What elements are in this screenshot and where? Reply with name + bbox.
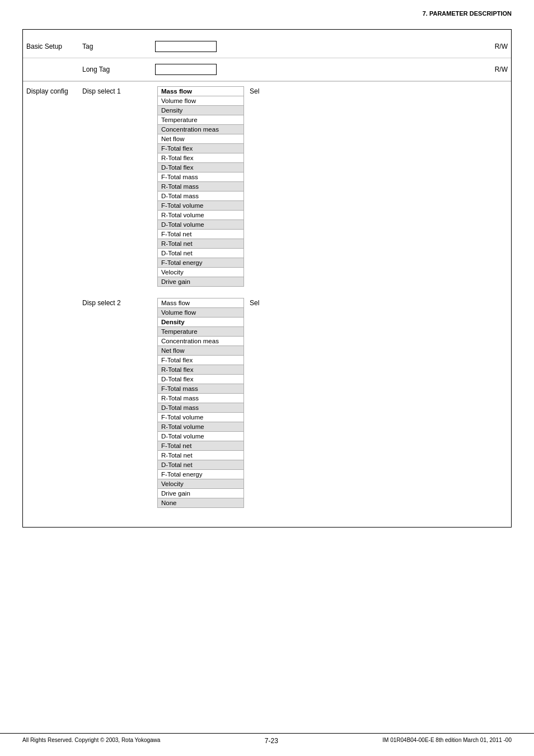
list-item[interactable]: Density: [157, 318, 244, 327]
list-item[interactable]: R-Total flex: [157, 365, 244, 375]
chapter-title: 7. PARAMETER DESCRIPTION: [423, 10, 512, 17]
chapter-header: 7. PARAMETER DESCRIPTION: [0, 0, 534, 21]
list-item[interactable]: Drive gain: [157, 489, 244, 498]
disp-select-2-block: Disp select 2 Mass flowVolume flowDensit…: [79, 298, 272, 508]
list-item[interactable]: Net flow: [157, 346, 244, 356]
list-item[interactable]: F-Total volume: [157, 413, 244, 422]
list-item[interactable]: R-Total volume: [157, 211, 244, 220]
list-item[interactable]: Volume flow: [157, 96, 244, 106]
list-item[interactable]: R-Total net: [157, 451, 244, 460]
long-tag-label-cell: Long Tag: [79, 64, 152, 74]
tag-section: Basic Setup Tag R/W: [23, 35, 511, 58]
copyright-text: All Rights Reserved. Copyright © 2003, R…: [22, 737, 160, 745]
list-item[interactable]: Velocity: [157, 479, 244, 489]
list-item[interactable]: Drive gain: [157, 277, 244, 287]
page-footer: All Rights Reserved. Copyright © 2003, R…: [0, 733, 534, 745]
list-item[interactable]: R-Total volume: [157, 422, 244, 432]
list-item[interactable]: F-Total net: [157, 441, 244, 451]
disp-select-1-block: Disp select 1 Mass flowVolume flowDensit…: [79, 86, 272, 287]
list-item[interactable]: Concentration meas: [157, 125, 244, 134]
disp-select-2-section: Disp select 2 Mass flowVolume flowDensit…: [23, 289, 511, 510]
long-tag-rw-label: R/W: [230, 64, 511, 74]
list-item[interactable]: D-Total volume: [157, 220, 244, 230]
list-item[interactable]: Mass flow: [157, 86, 244, 96]
list-item[interactable]: Volume flow: [157, 308, 244, 318]
tag-input-area: [152, 40, 230, 53]
list-item[interactable]: R-Total mass: [157, 394, 244, 403]
tag-input-box[interactable]: [155, 41, 217, 52]
disp-select-2-label: Disp select 2: [79, 298, 157, 308]
list-item[interactable]: D-Total flex: [157, 163, 244, 172]
list-item[interactable]: R-Total flex: [157, 153, 244, 163]
disp-select-1-sel: Sel: [244, 86, 272, 96]
long-tag-input-box[interactable]: [155, 64, 217, 75]
long-tag-input-area: [152, 63, 230, 76]
list-item[interactable]: Mass flow: [157, 298, 244, 308]
list-item[interactable]: R-Total mass: [157, 182, 244, 192]
list-item[interactable]: F-Total flex: [157, 356, 244, 365]
list-item[interactable]: None: [157, 498, 244, 508]
list-item[interactable]: R-Total net: [157, 239, 244, 249]
long-tag-section: Long Tag R/W: [23, 58, 511, 81]
disp-select-2-options: Mass flowVolume flowDensityTemperatureCo…: [157, 298, 244, 508]
display-config-section: Display config Disp select 1 Mass flowVo…: [23, 81, 511, 289]
list-item[interactable]: Density: [157, 106, 244, 115]
tag-rw-label: R/W: [230, 41, 511, 52]
disp-select-1-options: Mass flowVolume flowDensityTemperatureCo…: [157, 86, 244, 287]
list-item[interactable]: F-Total flex: [157, 144, 244, 153]
list-item[interactable]: F-Total mass: [157, 172, 244, 182]
list-item[interactable]: Net flow: [157, 134, 244, 144]
list-item[interactable]: D-Total mass: [157, 403, 244, 413]
list-item[interactable]: D-Total mass: [157, 192, 244, 201]
list-item[interactable]: Velocity: [157, 268, 244, 277]
display-config-label: Display config: [23, 86, 79, 96]
list-item[interactable]: F-Total energy: [157, 258, 244, 268]
list-item[interactable]: D-Total volume: [157, 432, 244, 441]
list-item[interactable]: D-Total flex: [157, 375, 244, 384]
edition-text: IM 01R04B04-00E-E 8th edition March 01, …: [382, 737, 512, 745]
tag-label-cell: Tag: [79, 41, 152, 52]
list-item[interactable]: D-Total net: [157, 460, 244, 470]
list-item[interactable]: Temperature: [157, 327, 244, 337]
long-tag-spacer: [23, 68, 79, 71]
list-item[interactable]: F-Total mass: [157, 384, 244, 394]
disp-select-2-sel: Sel: [244, 298, 272, 308]
list-item[interactable]: F-Total volume: [157, 201, 244, 211]
disp-select-1-label: Disp select 1: [79, 86, 157, 96]
list-item[interactable]: D-Total net: [157, 249, 244, 258]
list-item[interactable]: F-Total energy: [157, 470, 244, 479]
list-item[interactable]: F-Total net: [157, 230, 244, 239]
list-item[interactable]: Concentration meas: [157, 337, 244, 346]
page-number: 7-23: [265, 737, 278, 745]
list-item[interactable]: Temperature: [157, 115, 244, 125]
parameter-table: Basic Setup Tag R/W Long Tag R/W: [22, 29, 512, 528]
basic-setup-label: Basic Setup: [23, 41, 79, 52]
